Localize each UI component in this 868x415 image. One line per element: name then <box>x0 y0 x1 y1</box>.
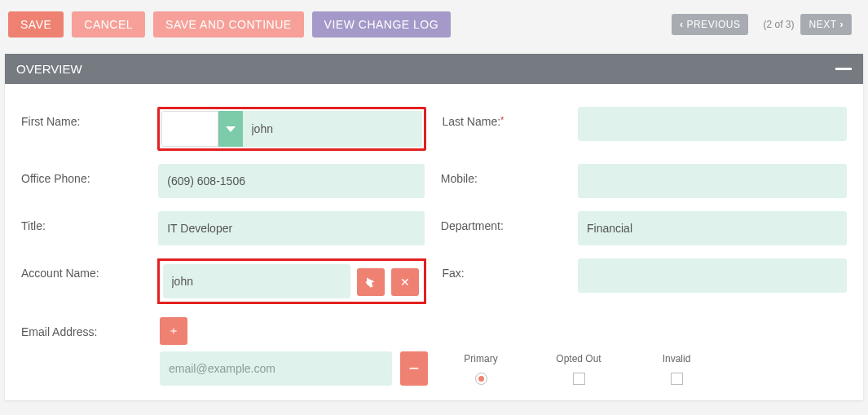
account-name-group: ✕ <box>157 258 426 304</box>
save-button[interactable]: SAVE <box>8 11 64 38</box>
invalid-label: Invalid <box>663 353 691 364</box>
cancel-button[interactable]: CANCEL <box>72 11 145 38</box>
action-toolbar: SAVE CANCEL SAVE AND CONTINUE VIEW CHANG… <box>0 0 868 54</box>
last-name-label-text: Last Name: <box>443 115 501 128</box>
opted-out-label: Opted Out <box>556 353 601 364</box>
department-label: Department: <box>441 211 578 232</box>
first-name-group <box>157 107 426 151</box>
account-clear-icon[interactable]: ✕ <box>391 268 419 296</box>
opted-out-checkbox[interactable] <box>573 373 585 385</box>
next-button[interactable]: NEXT <box>800 14 852 35</box>
office-phone-input[interactable] <box>158 164 425 198</box>
primary-radio[interactable] <box>475 373 487 385</box>
fax-label: Fax: <box>443 258 579 280</box>
email-label: Email Address: <box>21 317 160 338</box>
account-select-icon[interactable] <box>357 268 385 296</box>
mobile-input[interactable] <box>578 164 847 198</box>
salutation-dropdown-icon[interactable] <box>218 111 243 147</box>
save-and-continue-button[interactable]: SAVE AND CONTINUE <box>153 11 304 38</box>
pagination: PREVIOUS (2 of 3) NEXT <box>672 14 860 35</box>
title-input[interactable] <box>158 211 425 245</box>
remove-email-icon[interactable]: − <box>400 351 428 386</box>
add-email-icon[interactable]: ＋ <box>160 317 187 345</box>
invalid-checkbox[interactable] <box>671 373 683 385</box>
svg-marker-0 <box>367 277 375 287</box>
previous-button[interactable]: PREVIOUS <box>672 14 749 35</box>
fax-input[interactable] <box>578 258 847 293</box>
last-name-label: Last Name: * <box>443 107 579 128</box>
collapse-icon[interactable] <box>835 68 852 70</box>
email-input[interactable] <box>160 351 392 386</box>
invalid-option: Invalid <box>632 353 721 385</box>
first-name-input[interactable] <box>243 111 422 147</box>
opted-out-option: Opted Out <box>534 353 623 385</box>
overview-panel: OVERVIEW First Name: Last Name: * <box>5 54 863 400</box>
office-phone-label: Office Phone: <box>21 164 158 185</box>
account-name-label: Account Name: <box>21 258 157 280</box>
account-name-input[interactable] <box>163 264 350 298</box>
mobile-label: Mobile: <box>441 164 578 185</box>
primary-label: Primary <box>464 353 497 364</box>
last-name-input[interactable] <box>578 107 847 141</box>
panel-title: OVERVIEW <box>16 62 82 76</box>
view-change-log-button[interactable]: VIEW CHANGE LOG <box>312 11 452 38</box>
page-indicator: (2 of 3) <box>763 19 794 30</box>
salutation-field[interactable] <box>161 111 218 147</box>
title-label: Title: <box>21 211 158 232</box>
required-asterisk: * <box>500 115 504 125</box>
panel-header: OVERVIEW <box>5 54 863 84</box>
primary-option: Primary <box>436 353 526 385</box>
department-input[interactable] <box>578 211 847 245</box>
first-name-label: First Name: <box>21 107 157 128</box>
